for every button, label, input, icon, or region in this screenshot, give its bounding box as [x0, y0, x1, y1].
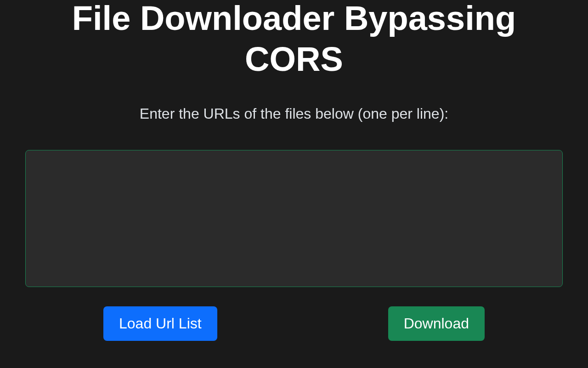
main-container: File Downloader Bypassing CORS Enter the… [0, 0, 588, 341]
load-url-list-button[interactable]: Load Url List [103, 306, 217, 341]
urls-textarea[interactable] [25, 150, 563, 287]
page-subtitle: Enter the URLs of the files below (one p… [140, 105, 448, 122]
download-button[interactable]: Download [388, 306, 485, 341]
button-row: Load Url List Download [103, 306, 485, 341]
page-title: File Downloader Bypassing CORS [41, 0, 547, 80]
